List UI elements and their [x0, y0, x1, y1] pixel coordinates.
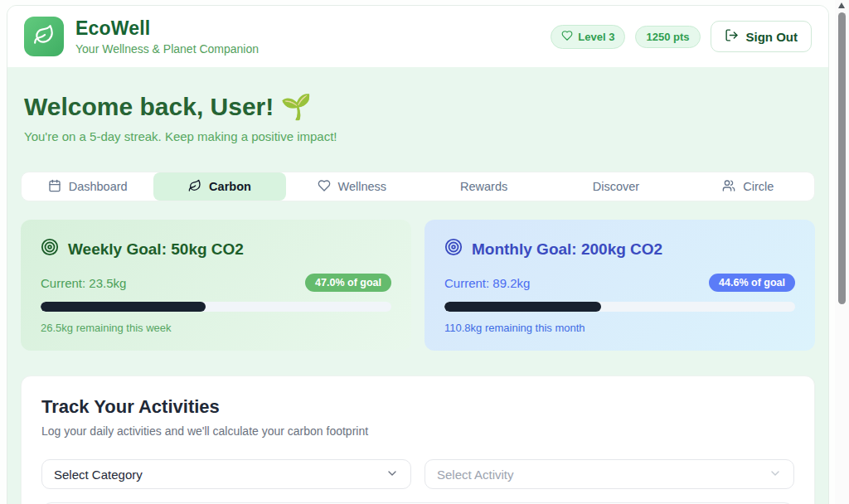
- weekly-current-value: Current: 23.5kg: [41, 276, 126, 290]
- activity-select-value: Select Activity: [437, 468, 514, 482]
- app-header: EcoWell Your Wellness & Planet Companion…: [7, 6, 828, 67]
- points-badge-label: 1250 pts: [646, 31, 689, 43]
- weekly-percent-badge: 47.0% of goal: [305, 274, 391, 292]
- app-title: EcoWell: [75, 17, 259, 40]
- tab-dashboard[interactable]: Dashboard: [22, 172, 153, 201]
- activity-selectors: Select Category Select Activity: [41, 459, 794, 489]
- monthly-remaining-text: 110.8kg remaining this month: [444, 322, 795, 334]
- monthly-progress-bar: [444, 302, 795, 312]
- category-select[interactable]: Select Category: [41, 459, 411, 489]
- app-logo: [24, 17, 64, 56]
- monthly-percent-badge: 44.6% of goal: [709, 274, 795, 292]
- tab-rewards[interactable]: Rewards: [418, 172, 550, 201]
- tab-label: Wellness: [338, 180, 387, 193]
- tab-bar: Dashboard Carbon Wellness: [21, 172, 815, 201]
- tab-discover[interactable]: Discover: [550, 172, 682, 201]
- tab-label: Circle: [743, 180, 774, 193]
- heart-icon: [318, 179, 331, 195]
- goal-cards: Weekly Goal: 50kg CO2 Current: 23.5kg 47…: [21, 220, 815, 351]
- welcome-heading: Welcome back, User! 🌱: [24, 92, 812, 121]
- track-activities-subtitle: Log your daily activities and we'll calc…: [41, 424, 794, 438]
- tab-carbon[interactable]: Carbon: [153, 172, 285, 201]
- level-badge: Level 3: [551, 25, 625, 49]
- weekly-goal-row: Current: 23.5kg 47.0% of goal: [41, 274, 391, 292]
- leaf-icon: [33, 24, 55, 49]
- monthly-goal-title: Monthly Goal: 200kg CO2: [472, 240, 662, 259]
- page-scrollbar[interactable]: [835, 0, 849, 504]
- streak-message: You're on a 5-day streak. Keep making a …: [24, 129, 812, 143]
- scrollbar-thumb[interactable]: [838, 12, 846, 304]
- logout-icon: [725, 28, 739, 45]
- tab-wellness[interactable]: Wellness: [286, 172, 418, 201]
- chevron-down-icon: [386, 467, 399, 482]
- app-window: EcoWell Your Wellness & Planet Companion…: [7, 5, 829, 504]
- track-activities-title: Track Your Activities: [41, 396, 794, 418]
- tab-label: Carbon: [209, 180, 251, 193]
- scrollbar-up-arrow[interactable]: [838, 2, 845, 8]
- level-badge-label: Level 3: [578, 31, 614, 43]
- points-badge: 1250 pts: [635, 26, 700, 48]
- calendar-icon: [48, 179, 61, 195]
- app-tagline: Your Wellness & Planet Companion: [75, 42, 259, 56]
- weekly-goal-title: Weekly Goal: 50kg CO2: [68, 240, 244, 259]
- monthly-goal-card: Monthly Goal: 200kg CO2 Current: 89.2kg …: [424, 220, 815, 351]
- sign-out-label: Sign Out: [746, 30, 798, 44]
- monthly-progress-fill: [444, 302, 601, 312]
- target-icon: [444, 238, 463, 260]
- monthly-goal-header: Monthly Goal: 200kg CO2: [444, 238, 795, 260]
- weekly-goal-card: Weekly Goal: 50kg CO2 Current: 23.5kg 47…: [21, 220, 411, 351]
- heart-icon: [561, 30, 573, 44]
- main-content: Welcome back, User! 🌱 You're on a 5-day …: [7, 67, 828, 504]
- weekly-goal-header: Weekly Goal: 50kg CO2: [41, 238, 391, 260]
- category-select-value: Select Category: [54, 468, 143, 482]
- brand-text: EcoWell Your Wellness & Planet Companion: [75, 17, 259, 56]
- chevron-down-icon: [769, 467, 782, 482]
- sign-out-button[interactable]: Sign Out: [711, 21, 813, 52]
- monthly-current-value: Current: 89.2kg: [444, 276, 530, 290]
- target-icon: [41, 238, 59, 260]
- brand: EcoWell Your Wellness & Planet Companion: [24, 17, 259, 56]
- monthly-goal-row: Current: 89.2kg 44.6% of goal: [444, 274, 795, 292]
- activity-select[interactable]: Select Activity: [424, 459, 794, 489]
- users-icon: [722, 179, 735, 195]
- weekly-progress-bar: [41, 302, 391, 312]
- header-actions: Level 3 1250 pts Sign Out: [551, 21, 812, 52]
- tab-circle[interactable]: Circle: [682, 172, 814, 201]
- tab-label: Dashboard: [69, 180, 128, 193]
- tab-label: Discover: [593, 180, 639, 193]
- track-activities-card: Track Your Activities Log your daily act…: [21, 376, 815, 504]
- leaf-icon: [188, 179, 201, 195]
- weekly-progress-fill: [41, 302, 206, 312]
- weekly-remaining-text: 26.5kg remaining this week: [41, 322, 391, 334]
- tab-label: Rewards: [460, 180, 507, 193]
- welcome-section: Welcome back, User! 🌱 You're on a 5-day …: [14, 67, 822, 162]
